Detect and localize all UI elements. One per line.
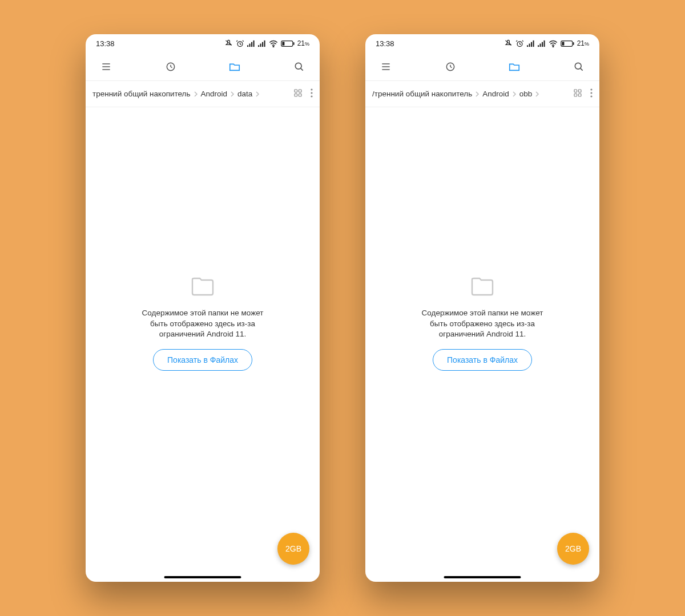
svg-point-30 bbox=[311, 88, 312, 90]
svg-point-65 bbox=[590, 95, 592, 97]
menu-button[interactable] bbox=[95, 55, 118, 78]
chevron-right-icon bbox=[229, 91, 235, 97]
svg-rect-9 bbox=[253, 40, 254, 46]
svg-line-25 bbox=[301, 68, 303, 70]
svg-rect-42 bbox=[533, 40, 534, 46]
storage-fab[interactable]: 2GB bbox=[277, 533, 309, 565]
chevron-right-icon bbox=[534, 91, 540, 97]
breadcrumb[interactable]: тренний общий накопитель Android data bbox=[86, 81, 320, 107]
breadcrumb-seg[interactable]: /тренний общий накопитель bbox=[372, 90, 472, 98]
svg-rect-46 bbox=[543, 40, 545, 46]
signal-icon-2 bbox=[538, 40, 546, 47]
svg-rect-8 bbox=[251, 42, 252, 46]
svg-rect-50 bbox=[573, 42, 574, 45]
svg-line-58 bbox=[581, 68, 583, 70]
svg-rect-12 bbox=[262, 42, 263, 46]
show-in-files-button[interactable]: Показать в Файлах bbox=[153, 349, 252, 371]
battery-icon bbox=[561, 40, 574, 47]
view-grid-button[interactable] bbox=[573, 88, 582, 99]
folder-tab[interactable] bbox=[223, 55, 246, 78]
svg-rect-10 bbox=[258, 45, 259, 47]
status-time: 13:38 bbox=[376, 39, 394, 48]
svg-line-56 bbox=[450, 67, 452, 68]
svg-rect-17 bbox=[293, 42, 294, 45]
more-button[interactable] bbox=[311, 88, 313, 99]
svg-rect-26 bbox=[295, 90, 297, 92]
status-icons: 21% bbox=[224, 39, 309, 48]
svg-rect-40 bbox=[529, 43, 530, 47]
svg-line-3 bbox=[240, 44, 241, 44]
svg-point-14 bbox=[273, 46, 274, 47]
empty-message: Содержимое этой папки не может быть отоб… bbox=[414, 308, 551, 341]
show-in-files-button[interactable]: Показать в Файлах bbox=[433, 349, 532, 371]
svg-rect-62 bbox=[578, 94, 581, 96]
svg-rect-7 bbox=[249, 43, 250, 47]
svg-rect-45 bbox=[542, 42, 543, 46]
chevron-right-icon bbox=[255, 91, 260, 97]
more-button[interactable] bbox=[590, 88, 593, 99]
breadcrumb-seg[interactable]: Android bbox=[482, 90, 509, 98]
svg-line-38 bbox=[522, 40, 523, 41]
empty-state: Содержимое этой папки не может быть отоб… bbox=[414, 273, 551, 371]
svg-rect-6 bbox=[247, 45, 248, 47]
battery-percent: 21% bbox=[297, 39, 309, 47]
svg-rect-44 bbox=[539, 43, 541, 47]
breadcrumb-seg[interactable]: Android bbox=[201, 90, 228, 98]
breadcrumb[interactable]: /тренний общий накопитель Android obb bbox=[365, 81, 599, 107]
menu-button[interactable] bbox=[374, 55, 397, 78]
svg-rect-29 bbox=[299, 94, 301, 96]
signal-icon bbox=[247, 40, 255, 47]
battery-percent: 21% bbox=[577, 39, 589, 47]
svg-line-4 bbox=[236, 40, 237, 41]
home-indicator[interactable] bbox=[444, 576, 521, 579]
status-icons: 21% bbox=[504, 39, 589, 48]
chevron-right-icon bbox=[511, 91, 517, 97]
svg-rect-49 bbox=[562, 42, 564, 45]
phone-screenshot: 13:38 21% bbox=[86, 34, 320, 582]
status-bar: 13:38 21% bbox=[365, 34, 599, 52]
svg-rect-59 bbox=[574, 90, 577, 92]
phone-screenshot: 13:38 21% bbox=[365, 34, 599, 582]
recent-tab[interactable] bbox=[159, 55, 182, 78]
breadcrumb-seg[interactable]: obb bbox=[519, 90, 533, 98]
alarm-icon bbox=[515, 39, 524, 48]
svg-rect-61 bbox=[574, 94, 577, 96]
svg-rect-16 bbox=[282, 42, 284, 45]
svg-point-64 bbox=[590, 92, 592, 94]
svg-line-5 bbox=[243, 40, 244, 41]
breadcrumb-seg[interactable]: data bbox=[237, 90, 252, 98]
svg-line-23 bbox=[171, 67, 172, 68]
folder-icon bbox=[469, 273, 496, 300]
empty-message: Содержимое этой папки не может быть отоб… bbox=[134, 308, 271, 341]
svg-point-57 bbox=[575, 63, 581, 69]
signal-icon bbox=[527, 40, 535, 47]
svg-rect-11 bbox=[260, 43, 261, 47]
mute-icon bbox=[504, 39, 513, 48]
tab-bar bbox=[365, 52, 599, 81]
wifi-icon bbox=[549, 40, 558, 47]
chevron-right-icon bbox=[193, 91, 199, 97]
folder-tab[interactable] bbox=[503, 55, 526, 78]
svg-rect-39 bbox=[527, 45, 528, 47]
svg-rect-27 bbox=[299, 90, 301, 92]
folder-icon bbox=[189, 273, 216, 300]
battery-icon bbox=[281, 40, 295, 47]
home-indicator[interactable] bbox=[164, 576, 241, 579]
search-button[interactable] bbox=[288, 55, 311, 78]
tab-bar bbox=[86, 52, 320, 81]
view-grid-button[interactable] bbox=[293, 88, 303, 99]
wifi-icon bbox=[269, 40, 278, 47]
svg-point-31 bbox=[311, 92, 312, 94]
status-bar: 13:38 21% bbox=[86, 34, 320, 52]
content-area: Содержимое этой папки не может быть отоб… bbox=[86, 107, 320, 582]
svg-rect-41 bbox=[531, 42, 532, 46]
recent-tab[interactable] bbox=[439, 55, 462, 78]
chevron-right-icon bbox=[474, 91, 480, 97]
signal-icon-2 bbox=[258, 40, 266, 47]
svg-rect-43 bbox=[538, 45, 539, 47]
search-button[interactable] bbox=[567, 55, 590, 78]
alarm-icon bbox=[236, 39, 244, 48]
storage-fab[interactable]: 2GB bbox=[557, 533, 589, 565]
breadcrumb-seg[interactable]: тренний общий накопитель bbox=[92, 90, 191, 98]
empty-state: Содержимое этой папки не может быть отоб… bbox=[134, 273, 271, 371]
